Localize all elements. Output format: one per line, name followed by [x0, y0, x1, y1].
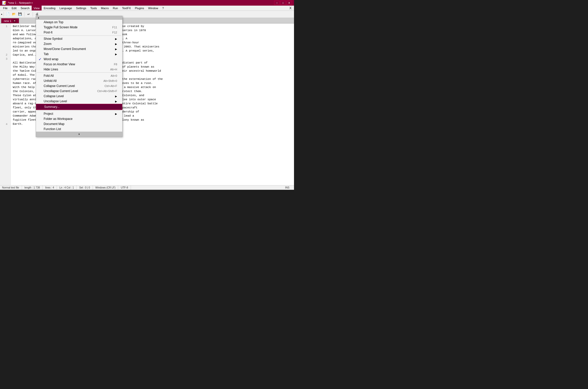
- dropdown-show-symbol[interactable]: Show Symbol ▶: [36, 36, 122, 41]
- tab-close-button[interactable]: ✕: [13, 19, 16, 23]
- title-bar: 📝 *new 1 - Notepad++ ─ □ ✕: [0, 0, 294, 6]
- dropdown-tab[interactable]: Tab ▶: [36, 52, 122, 57]
- dropdown-move-clone-arrow: ▶: [115, 48, 117, 51]
- dropdown-focus-another-view[interactable]: Focus on Another View F8: [36, 62, 122, 67]
- dropdown-word-wrap-check: ✓: [39, 57, 42, 61]
- line-num-blank-14: [0, 90, 9, 94]
- toolbar-new[interactable]: 📄: [5, 11, 11, 17]
- toolbar-arrow-up[interactable]: ▲: [1, 13, 2, 15]
- menu-tools[interactable]: Tools: [88, 6, 99, 10]
- menu-settings[interactable]: Settings: [74, 6, 88, 10]
- dropdown-uncollapse-current-label: Uncollapse Current Level: [44, 89, 78, 93]
- line-num-blank-17: [0, 102, 9, 106]
- toolbar-save[interactable]: 💾: [17, 11, 23, 17]
- dropdown-uncollapse-level[interactable]: Uncollapse Level ▶: [36, 99, 122, 104]
- line-num-blank-21: [0, 118, 9, 122]
- dropdown-fold-all[interactable]: Fold All Alt+0: [36, 73, 122, 78]
- status-length: length : 1 738: [22, 185, 43, 190]
- line-num-blank-20: [0, 114, 9, 118]
- status-encoding: UTF-8: [118, 185, 131, 190]
- menu-language[interactable]: Language: [57, 6, 74, 10]
- menu-search[interactable]: Search: [19, 6, 32, 10]
- dropdown-collapse-current-shortcut: Ctrl+Alt+F: [104, 84, 117, 87]
- dropdown-word-wrap-label: Word wrap: [44, 57, 58, 61]
- title-bar-controls: ─ □ ✕: [274, 1, 292, 5]
- dropdown-unfold-all[interactable]: Unfold All Alt+Shift+0: [36, 78, 122, 83]
- dropdown-collapse-level[interactable]: Collapse Level ▶: [36, 94, 122, 99]
- line-num-1: 1: [0, 24, 9, 29]
- line-num-blank-11: [0, 78, 9, 82]
- line-num-blank-10: [0, 73, 9, 78]
- menu-file[interactable]: File: [1, 6, 10, 10]
- menu-help[interactable]: ?: [160, 6, 166, 10]
- dropdown-always-on-top-label: Always on Top: [44, 20, 63, 24]
- line-num-3: 3: [0, 57, 9, 61]
- maximize-button[interactable]: □: [280, 1, 286, 5]
- dropdown-function-list-label: Function List: [44, 127, 61, 131]
- menu-run[interactable]: Run: [111, 6, 120, 10]
- dropdown-uncollapse-current-shortcut: Ctrl+Alt+Shift+F: [97, 90, 117, 93]
- dropdown-show-symbol-label: Show Symbol: [44, 37, 62, 41]
- menu-plugins[interactable]: Plugins: [133, 6, 146, 10]
- line-num-blank-12: [0, 82, 9, 86]
- dropdown-project[interactable]: Project ▶: [36, 111, 122, 116]
- menu-view[interactable]: View: [32, 6, 42, 10]
- menu-edit[interactable]: Edit: [10, 6, 19, 10]
- dropdown-project-label: Project: [44, 112, 53, 116]
- menu-textfx[interactable]: TextFX: [120, 6, 133, 10]
- toolbar-separator-1: [4, 12, 4, 17]
- dropdown-zoom[interactable]: Zoom ▶: [36, 41, 122, 46]
- dropdown-document-map[interactable]: Document Map: [36, 121, 122, 127]
- line-num-blank-9: [0, 69, 9, 73]
- dropdown-toggle-fullscreen-label: Toggle Full Screen Mode: [44, 26, 78, 29]
- dropdown-project-arrow: ▶: [115, 112, 117, 115]
- status-file-type-text: Normal text file: [2, 186, 19, 189]
- dropdown-folder-workspace[interactable]: Folder as Workspace: [36, 116, 122, 121]
- status-encoding-text: UTF-8: [121, 186, 128, 189]
- line-num-blank-13: [0, 86, 9, 90]
- dropdown-function-list[interactable]: Function List: [36, 127, 122, 132]
- dropdown-unfold-all-label: Unfold All: [44, 79, 57, 83]
- dropdown-collapse-current[interactable]: Collapse Current Level Ctrl+Alt+F: [36, 83, 122, 89]
- dropdown-folder-workspace-label: Folder as Workspace: [44, 117, 72, 121]
- dropdown-post-it[interactable]: Post-It F12: [36, 30, 122, 35]
- dropdown-arrow-icon: ▲: [38, 17, 40, 19]
- dropdown-unfold-all-shortcut: Alt+Shift+0: [103, 79, 117, 82]
- line-num-blank-6: [0, 49, 9, 53]
- menu-window[interactable]: Window: [146, 6, 160, 10]
- menu-encoding[interactable]: Encoding: [42, 6, 57, 10]
- dropdown-word-wrap[interactable]: ✓ Word wrap: [36, 57, 122, 62]
- status-selection: Sel : 0 | 0: [77, 185, 93, 190]
- status-position: Ln : 4 Col : 1: [57, 185, 77, 190]
- dropdown-collapse-level-label: Collapse Level: [44, 94, 64, 98]
- status-eol-text: Windows (CR LF): [95, 186, 116, 189]
- menu-bar: File Edit Search View Encoding Language …: [0, 6, 294, 11]
- line-num-blank-5: [0, 45, 9, 49]
- dropdown-toggle-fullscreen-shortcut: F11: [112, 26, 117, 29]
- dropdown-sep-1: [37, 35, 121, 36]
- tab-new1[interactable]: new 1 ✕: [1, 18, 19, 23]
- status-selection-text: Sel : 0 | 0: [79, 186, 90, 189]
- dropdown-toggle-fullscreen[interactable]: Toggle Full Screen Mode F11: [36, 25, 122, 30]
- toolbar-undo[interactable]: ↩: [26, 11, 31, 17]
- toolbar-open[interactable]: 📂: [11, 11, 17, 17]
- toolbar-separator-3: [33, 12, 33, 17]
- dropdown-zoom-label: Zoom: [44, 42, 52, 46]
- status-insert-mode: INS: [283, 185, 292, 190]
- line-num-4: 4: [0, 122, 9, 127]
- dropdown-always-on-top[interactable]: Always on Top: [36, 20, 122, 25]
- dropdown-move-clone[interactable]: Move/Clone Current Document ▶: [36, 46, 122, 52]
- line-num-blank-7: [0, 61, 9, 65]
- dropdown-tab-label: Tab: [44, 52, 48, 56]
- line-num-blank-4: [0, 41, 9, 45]
- dropdown-summary[interactable]: Summary...: [36, 104, 122, 110]
- dropdown-bottom-arrow[interactable]: ▼: [36, 132, 122, 137]
- minimize-button[interactable]: ─: [274, 1, 280, 5]
- close-button[interactable]: ✕: [286, 1, 292, 5]
- dropdown-uncollapse-current[interactable]: Uncollapse Current Level Ctrl+Alt+Shift+…: [36, 89, 122, 94]
- dropdown-hide-lines[interactable]: Hide Lines Alt+H: [36, 67, 122, 72]
- menu-macro[interactable]: Macro: [99, 6, 111, 10]
- dropdown-summary-label: Summary...: [44, 105, 59, 109]
- menu-close-x[interactable]: X: [288, 6, 293, 10]
- status-lines-text: lines : 4: [45, 186, 54, 189]
